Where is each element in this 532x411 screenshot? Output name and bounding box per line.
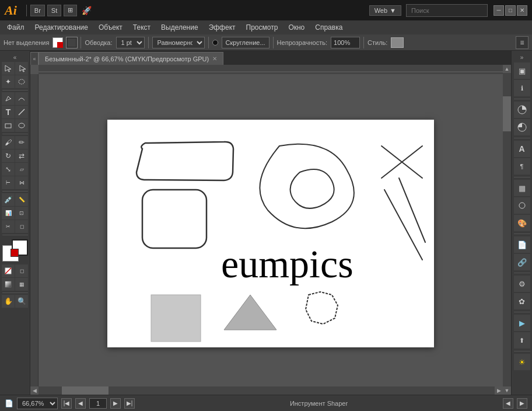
launch-icon[interactable]: 🚀 <box>79 6 94 15</box>
hscroll[interactable]: ◀ ▶ <box>30 386 503 395</box>
search-input[interactable] <box>406 4 488 17</box>
symbols-panel-btn[interactable]: ✿ <box>514 293 530 309</box>
rectangle-tool[interactable] <box>2 119 15 132</box>
width-tool[interactable]: ⊢ <box>2 176 15 189</box>
minimize-button[interactable]: ─ <box>494 5 504 16</box>
curvature-tool[interactable] <box>15 92 28 105</box>
artboard-tool[interactable]: ⊡ <box>15 207 28 220</box>
settings-panel-btn[interactable]: ⚙ <box>514 276 530 292</box>
info-panel-btn[interactable]: ℹ <box>514 80 530 96</box>
gradient-button[interactable] <box>2 278 15 291</box>
pencil-tool[interactable]: ✏ <box>15 136 28 149</box>
play-panel-btn[interactable]: ▶ <box>514 315 530 331</box>
zoom-select[interactable]: 66,67% <box>17 398 58 409</box>
nav-last-btn[interactable]: ▶| <box>124 398 135 409</box>
stroke-width-select[interactable]: 1 pt <box>116 37 145 48</box>
pen-tool[interactable] <box>2 92 15 105</box>
vscroll-up[interactable]: ▲ <box>503 65 511 73</box>
eyedropper-tool[interactable]: 💉 <box>2 193 15 206</box>
svg-line-13 <box>384 190 422 260</box>
layout-button[interactable]: ⊞ <box>64 5 77 16</box>
menu-window[interactable]: Окно <box>284 22 309 33</box>
reflect-tool[interactable]: ⇄ <box>15 149 28 162</box>
page-number-input[interactable] <box>89 398 107 409</box>
menu-help[interactable]: Справка <box>310 22 347 33</box>
ai-logo: Ai <box>5 3 17 18</box>
color-wheel-btn[interactable] <box>514 102 530 118</box>
hscroll-right[interactable]: ▶ <box>495 386 503 395</box>
stroke-swatch[interactable] <box>66 37 77 48</box>
opacity-input[interactable] <box>331 37 360 48</box>
menu-effect[interactable]: Эффект <box>204 22 240 33</box>
round-button[interactable]: Скругление... <box>222 37 270 48</box>
canvas-tab[interactable]: Безымянный-2* @ 66,67% (CMYK/Предпросмот… <box>38 52 223 65</box>
close-button[interactable]: ✕ <box>517 5 527 16</box>
hscroll-left[interactable]: ◀ <box>30 386 38 395</box>
left-toolbar: « ✦ T <box>0 51 30 395</box>
nav-prev-btn[interactable]: ◀ <box>75 398 86 409</box>
menu-select[interactable]: Выделение <box>156 22 203 33</box>
select-tool[interactable] <box>2 62 15 75</box>
canvas-scroll[interactable]: eumpics ▲ ▼ ◀ <box>30 65 511 395</box>
shear-tool[interactable]: ▱ <box>15 163 28 176</box>
zoom-tool[interactable]: 🔍 <box>15 295 28 308</box>
fill-swatch[interactable] <box>52 37 63 48</box>
hand-tool[interactable]: ✋ <box>2 295 15 308</box>
menu-view[interactable]: Просмотр <box>242 22 283 33</box>
status-prev-btn[interactable]: ◀ <box>503 398 513 409</box>
type-panel-btn[interactable]: A <box>514 141 530 157</box>
foreground-color-swatch[interactable] <box>12 239 28 256</box>
rotate-tool[interactable]: ↻ <box>2 149 15 162</box>
swatches-panel-btn[interactable]: 🎨 <box>514 215 530 231</box>
slice-tool[interactable]: ✂ <box>2 220 15 233</box>
export-panel-btn[interactable]: ⬆ <box>514 332 530 349</box>
right-panel-collapse[interactable]: » <box>514 53 530 61</box>
style-swatch[interactable] <box>391 37 404 48</box>
fill-none-button[interactable] <box>2 264 15 277</box>
dash-select[interactable]: Равномерно <box>152 37 205 48</box>
stroke-color-button[interactable]: ◻ <box>15 264 28 277</box>
paintbrush-tool[interactable]: 🖌 <box>2 136 15 149</box>
hscroll-thumb[interactable] <box>62 386 108 395</box>
blend-tool[interactable]: ⋈ <box>15 176 28 189</box>
grid-panel-btn[interactable]: ▦ <box>514 180 530 196</box>
sun-panel-btn[interactable]: ☀ <box>514 354 530 370</box>
paragraph-panel-btn[interactable]: ¶ <box>514 158 530 175</box>
bridge-button[interactable]: Br <box>30 5 45 16</box>
panel-options-button[interactable]: ≡ <box>516 36 528 49</box>
vscroll-down[interactable]: ▼ <box>503 386 511 395</box>
links-panel-btn[interactable]: 🔗 <box>514 254 530 270</box>
nav-first-btn[interactable]: |◀ <box>61 398 72 409</box>
direct-select-tool[interactable] <box>15 62 28 75</box>
line-tool[interactable] <box>15 106 28 119</box>
menu-edit[interactable]: Редактирование <box>30 22 93 33</box>
tab-close-btn[interactable]: ✕ <box>212 55 217 62</box>
panel-collapse-btn[interactable]: « <box>30 52 38 65</box>
vscroll[interactable]: ▲ ▼ <box>503 65 511 395</box>
vscroll-thumb[interactable] <box>503 96 511 131</box>
magic-wand-tool[interactable]: ✦ <box>2 75 15 88</box>
shape-panel-btn[interactable] <box>514 197 530 214</box>
stock-button[interactable]: St <box>47 5 61 16</box>
type-tool[interactable]: T <box>2 106 15 119</box>
transform-panel-btn[interactable]: ▣ <box>514 62 530 79</box>
lasso-tool[interactable] <box>15 75 28 88</box>
menu-text[interactable]: Текст <box>128 22 155 33</box>
measure-tool[interactable]: 📏 <box>15 193 28 206</box>
shape-row <box>2 119 28 132</box>
graph-tool[interactable]: 📊 <box>2 207 15 220</box>
scale-tool[interactable]: ⤡ <box>2 163 15 176</box>
status-next-btn[interactable]: ▶ <box>517 398 527 409</box>
svg-rect-3 <box>5 124 11 128</box>
pattern-button[interactable]: ▦ <box>15 278 28 291</box>
menu-object[interactable]: Объект <box>94 22 127 33</box>
menu-file[interactable]: Файл <box>2 22 29 33</box>
layers-panel-btn[interactable]: 📄 <box>514 236 530 253</box>
color-panel-btn[interactable] <box>514 119 530 135</box>
toolbar-collapse[interactable]: « <box>2 53 28 61</box>
nav-next-btn[interactable]: ▶ <box>110 398 121 409</box>
workspace-selector[interactable]: Web ▼ <box>369 5 401 16</box>
ellipse-tool[interactable] <box>15 119 28 132</box>
maximize-button[interactable]: □ <box>505 5 516 16</box>
eraser-tool[interactable]: ◻ <box>15 220 28 233</box>
